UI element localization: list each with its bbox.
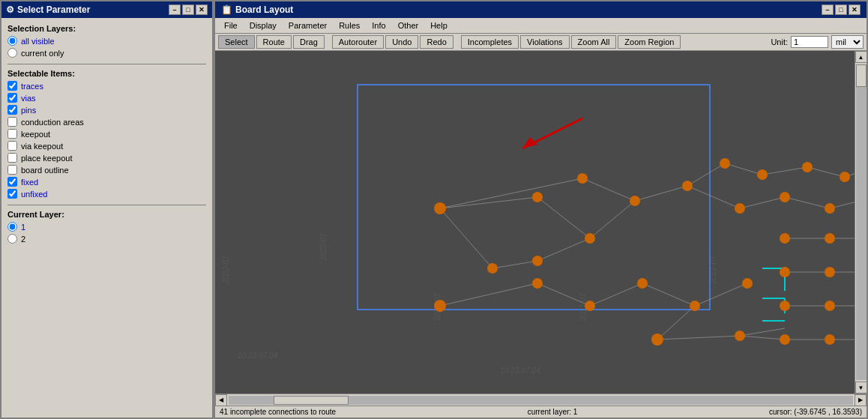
svg-point-57 <box>825 233 835 244</box>
radio-current-only-label: current only <box>21 49 64 58</box>
menu-other[interactable]: Other <box>392 19 425 31</box>
checkbox-board-outline[interactable]: board outline <box>7 165 206 175</box>
checkbox-place-keepout[interactable]: place keepout <box>7 153 206 163</box>
status-cursor: cursor: (-39.6745 , 16.3593) <box>769 408 862 416</box>
board-maximize-btn[interactable]: □ <box>835 4 847 15</box>
radio-layer1[interactable]: 1 <box>7 222 206 232</box>
svg-point-73 <box>532 192 543 202</box>
scroll-thumb-v[interactable] <box>856 64 867 87</box>
board-layout-panel: 📋 Board Layout – □ ✕ File Display Parame… <box>214 0 868 419</box>
scroll-down-btn[interactable]: ▼ <box>855 382 867 394</box>
checkbox-conduction-areas[interactable]: conduction areas <box>7 117 206 127</box>
vias-label: vias <box>21 94 36 103</box>
via-keepout-label: via keepout <box>21 142 63 151</box>
toolbar-select-btn[interactable]: Select <box>218 35 255 49</box>
svg-point-77 <box>585 233 595 244</box>
current-layer-group: 1 2 <box>7 222 206 244</box>
scroll-track-h[interactable] <box>229 396 853 405</box>
checkbox-keepout[interactable]: keepout <box>7 129 206 139</box>
menu-rules[interactable]: Rules <box>333 19 366 31</box>
selection-layers-group: all visible current only <box>7 36 206 58</box>
toolbar-autorouter-btn[interactable]: Autorouter <box>332 35 384 49</box>
toolbar-zoom-region-btn[interactable]: Zoom Region <box>618 35 681 49</box>
keepout-label: keepout <box>21 130 50 139</box>
checkbox-traces[interactable]: traces <box>7 81 206 91</box>
menu-info[interactable]: Info <box>366 19 391 31</box>
status-current-layer: current layer: 1 <box>528 408 578 416</box>
right-panel-win-btns: – □ ✕ <box>822 4 861 15</box>
right-scrollbar: ▲ ▼ <box>855 51 867 394</box>
toolbar-redo-btn[interactable]: Redo <box>420 35 453 49</box>
svg-point-87 <box>735 331 745 341</box>
svg-point-64 <box>780 301 790 311</box>
unfixed-label: unfixed <box>21 190 47 199</box>
svg-point-52 <box>780 192 790 202</box>
toolbar-drag-btn[interactable]: Drag <box>293 35 325 49</box>
board-outline-label: board outline <box>21 166 69 175</box>
radio-layer2[interactable]: 2 <box>7 234 206 244</box>
place-keepout-label: place keepout <box>21 154 73 163</box>
pins-label: pins <box>21 106 36 115</box>
left-panel-maximize-btn[interactable]: □ <box>182 4 194 15</box>
checkbox-via-keepout[interactable]: via keepout <box>7 141 206 151</box>
left-panel-close-btn[interactable]: ✕ <box>196 4 208 15</box>
menu-display[interactable]: Display <box>244 19 283 31</box>
canvas-container[interactable]: 2022-07 2022-07 2022-07 10.23-07.04 10.2… <box>215 51 855 394</box>
unit-section: Unit: mil mm cm <box>771 35 864 49</box>
board-close-btn[interactable]: ✕ <box>849 4 861 15</box>
checkbox-unfixed[interactable]: unfixed <box>7 189 206 199</box>
toolbar-violations-btn[interactable]: Violations <box>520 35 570 49</box>
menu-help[interactable]: Help <box>424 19 453 31</box>
toolbar-incompletes-btn[interactable]: Incompletes <box>461 35 519 49</box>
svg-point-80 <box>434 300 446 312</box>
left-panel-titlebar: ⚙ Select Parameter – □ ✕ <box>1 1 212 18</box>
layer1-label: 1 <box>21 223 25 232</box>
watermark4: 10.23-07.04 <box>238 352 278 360</box>
watermark1: 2022-07 <box>222 256 230 284</box>
toolbar-zoom-all-btn[interactable]: Zoom All <box>571 35 617 49</box>
scroll-up-btn[interactable]: ▲ <box>855 51 867 63</box>
unit-select[interactable]: mil mm cm <box>831 35 864 49</box>
menu-file[interactable]: File <box>218 19 244 31</box>
menubar: File Display Parameter Rules Info Other … <box>215 18 867 34</box>
bottom-scrollbar: ◀ ▶ <box>215 394 867 406</box>
radio-all-visible[interactable]: all visible <box>7 36 206 46</box>
selectable-items-label: Selectable Items: <box>7 69 206 78</box>
svg-point-86 <box>651 334 663 346</box>
toolbar-route-btn[interactable]: Route <box>256 35 292 49</box>
layer2-label: 2 <box>21 235 25 244</box>
board-minimize-btn[interactable]: – <box>822 4 834 15</box>
checkbox-pins[interactable]: pins <box>7 105 206 115</box>
svg-rect-0 <box>215 51 855 394</box>
board-layout-title: Board Layout <box>235 4 293 15</box>
svg-point-47 <box>757 169 768 180</box>
unit-input[interactable] <box>791 36 828 48</box>
right-panel-titlebar: 📋 Board Layout – □ ✕ <box>215 1 867 18</box>
toolbar-undo-btn[interactable]: Undo <box>385 35 418 49</box>
svg-point-84 <box>690 301 700 311</box>
svg-point-76 <box>682 181 693 191</box>
left-panel-body: Selection Layers: all visible current on… <box>1 18 212 418</box>
radio-all-visible-label: all visible <box>21 37 55 46</box>
checkbox-fixed[interactable]: fixed <box>7 177 206 187</box>
svg-point-85 <box>742 278 753 289</box>
canvas-area: 2022-07 2022-07 2022-07 10.23-07.04 10.2… <box>215 51 867 394</box>
watermark5: 10.23-07.04 <box>500 367 540 375</box>
scroll-left-btn[interactable]: ◀ <box>215 394 227 406</box>
toolbar: Select Route Drag Autorouter Undo Redo I… <box>215 34 867 51</box>
menu-parameter[interactable]: Parameter <box>283 19 333 31</box>
svg-point-78 <box>532 256 543 266</box>
select-parameter-panel: ⚙ Select Parameter – □ ✕ Selection Layer… <box>0 0 214 419</box>
svg-point-65 <box>825 301 835 311</box>
board-canvas: 2022-07 2022-07 2022-07 10.23-07.04 10.2… <box>215 51 855 394</box>
radio-current-only[interactable]: current only <box>7 48 206 58</box>
left-panel-minimize-btn[interactable]: – <box>169 4 181 15</box>
svg-point-79 <box>487 263 498 274</box>
checkbox-vias[interactable]: vias <box>7 93 206 103</box>
scroll-thumb-h[interactable] <box>274 396 349 405</box>
scroll-track-v[interactable] <box>856 64 867 380</box>
svg-point-82 <box>585 301 595 311</box>
scroll-right-btn[interactable]: ▶ <box>855 394 867 406</box>
unit-label: Unit: <box>771 37 788 46</box>
svg-point-83 <box>637 278 648 289</box>
